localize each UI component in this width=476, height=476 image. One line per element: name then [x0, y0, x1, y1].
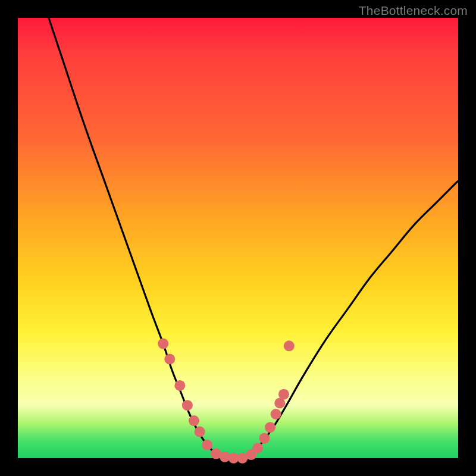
curve-marker	[195, 427, 205, 437]
curve-marker	[284, 340, 295, 351]
watermark-label: TheBottleneck.com	[359, 4, 468, 18]
chart-frame: TheBottleneck.com	[0, 0, 476, 476]
bottleneck-curve	[49, 18, 458, 459]
plot-area	[18, 18, 458, 458]
curve-marker	[265, 422, 275, 433]
curve-marker	[278, 389, 289, 400]
curve-marker	[158, 339, 168, 349]
curve-marker	[252, 443, 263, 453]
curve-marker	[271, 409, 281, 419]
curve-marker	[259, 433, 270, 444]
curve-layer	[18, 18, 458, 458]
curve-marker	[189, 415, 199, 426]
marker-group	[158, 339, 295, 464]
curve-marker	[174, 380, 185, 391]
curve-marker	[202, 440, 212, 450]
curve-marker	[182, 400, 193, 411]
curve-marker	[164, 354, 175, 365]
